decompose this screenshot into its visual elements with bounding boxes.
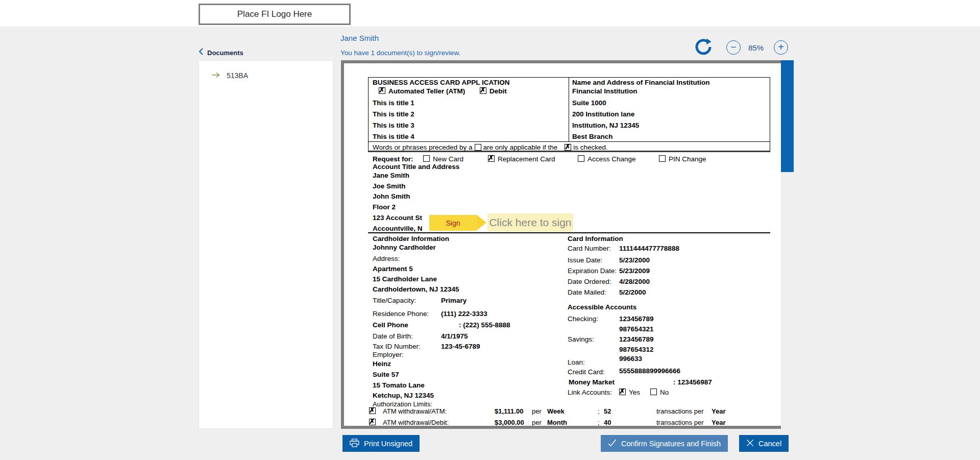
money-market-value: : 123456987 xyxy=(673,378,712,386)
fi-line: Institution, NJ 12345 xyxy=(572,122,639,129)
auth-period: Month xyxy=(547,419,567,426)
request-option-new-card: New Card xyxy=(423,155,463,163)
auth-count: 40 xyxy=(604,419,611,426)
confirm-signatures-button[interactable]: Confirm Signatures and Finish xyxy=(601,435,728,452)
auth-row-debit: ATM withdrawal/Debit: xyxy=(369,419,449,426)
card-number-label: Card Number: xyxy=(568,245,611,252)
sign-tab-arrow-icon xyxy=(477,215,486,230)
account-line: Floor 2 xyxy=(373,203,396,211)
address-line: Apartment 5 xyxy=(373,265,413,273)
auth-per: per xyxy=(532,419,542,426)
checking-label: Checking: xyxy=(568,315,598,323)
request-for-label: Request for: xyxy=(373,155,413,163)
checkbox-unchecked-icon xyxy=(578,155,584,162)
employer-line: Ketchup, NJ 12345 xyxy=(373,392,434,399)
loan-label: Loan: xyxy=(568,358,585,366)
issue-date-label: Issue Date: xyxy=(568,256,602,264)
checkmark-icon xyxy=(608,439,617,448)
link-accounts-no: No xyxy=(650,389,669,396)
card-type-debit: Debit xyxy=(480,87,507,95)
checkbox-unchecked-icon xyxy=(659,155,666,162)
fi-line: Suite 1000 xyxy=(572,99,606,107)
employer-line: Heinz xyxy=(373,360,391,368)
documents-status-message: You have 1 document(s) to sign/review. xyxy=(340,49,460,57)
document-scrollbar[interactable] xyxy=(781,60,794,429)
account-line: 123 Account St xyxy=(373,214,422,222)
credit-card-label: Credit Card: xyxy=(568,368,605,376)
auth-row-atm: ATM withdrawal/ATM: xyxy=(369,407,447,415)
date-mailed-value: 5/2/2000 xyxy=(619,288,646,296)
checkbox-unchecked-icon xyxy=(475,144,481,151)
date-ordered-value: 4/28/2000 xyxy=(619,278,650,285)
card-number-value: 1111444477778888 xyxy=(619,245,679,252)
title-line: This is title 1 xyxy=(373,99,414,107)
savings-label: Savings: xyxy=(568,335,594,343)
section-divider xyxy=(368,232,770,233)
zoom-out-button[interactable] xyxy=(726,40,741,55)
link-accounts-label: Link Accounts: xyxy=(568,389,612,396)
title-capacity-label: Title/Capacity: xyxy=(373,297,416,304)
zoom-in-button[interactable] xyxy=(774,40,788,55)
residence-phone-value: (111) 222-3333 xyxy=(441,310,487,318)
account-line: Joe Smith xyxy=(373,182,406,190)
close-x-icon xyxy=(746,439,754,448)
card-type-atm: Automated Teller (ATM) xyxy=(379,87,465,95)
scrollbar-thumb[interactable] xyxy=(781,60,794,172)
savings-value: 987654312 xyxy=(619,346,654,353)
form-title: BUSINESS ACCESS CARD APPL ICATION xyxy=(373,79,510,86)
documents-back-button[interactable]: Documents xyxy=(199,47,243,58)
auth-amount: $1,111.00 xyxy=(495,407,523,415)
request-option-replacement-card: Replacement Card xyxy=(488,155,555,163)
refresh-button[interactable] xyxy=(694,38,713,58)
link-accounts-yes: Yes xyxy=(619,389,640,396)
account-title-header: Account Title and Address xyxy=(373,163,459,171)
title-line: This is title 3 xyxy=(373,122,414,129)
credit-card-value: 5555888899996666 xyxy=(619,367,680,375)
cancel-button[interactable]: Cancel xyxy=(739,435,789,452)
card-info-header: Card Information xyxy=(568,235,623,243)
dob-label: Date of Birth: xyxy=(373,332,413,340)
auth-semicolon: ; xyxy=(598,419,600,426)
request-option-pin-change: PIN Change xyxy=(659,155,706,163)
auth-per: per xyxy=(532,407,542,415)
document-list-item-513ba[interactable]: 513BA xyxy=(211,71,248,80)
checkbox-checked-icon xyxy=(565,144,571,151)
user-name: Jane Smith xyxy=(340,34,379,42)
address-line: Cardholdertown, NJ 12345 xyxy=(373,285,459,293)
title-line: This is title 2 xyxy=(373,110,414,118)
checking-value: 123456789 xyxy=(619,315,654,323)
fi-logo-placeholder: Place FI Logo Here xyxy=(199,4,351,25)
document-page: BUSINESS ACCESS CARD APPL ICATION Automa… xyxy=(341,60,781,429)
tax-id-value: 123-45-6789 xyxy=(441,343,480,350)
zoom-level: 85% xyxy=(748,43,764,52)
auth-period: Week xyxy=(547,407,565,415)
checkbox-checked-icon xyxy=(369,407,376,414)
chevron-left-icon xyxy=(199,47,204,58)
auth-count: 52 xyxy=(604,407,611,415)
conditional-note: Words or phrases preceded by aare only a… xyxy=(373,143,608,151)
expiration-date-label: Expiration Date: xyxy=(568,267,617,275)
money-market-label: Money Market xyxy=(569,378,615,386)
checkbox-checked-icon xyxy=(369,419,376,425)
sign-tab[interactable]: Sign xyxy=(429,215,477,231)
cardholder-header: Cardholder Information xyxy=(373,235,449,243)
printer-icon xyxy=(350,439,359,449)
auth-unit: Year xyxy=(712,419,725,426)
account-line: Accountville, N xyxy=(373,225,423,232)
account-line: John Smith xyxy=(373,192,410,200)
fi-line: Financial Institution xyxy=(572,87,638,95)
document-name: 513BA xyxy=(227,71,248,80)
auth-semicolon: ; xyxy=(598,407,600,415)
auth-unit: Year xyxy=(712,407,725,415)
print-unsigned-button[interactable]: Print Unsigned xyxy=(342,435,420,452)
cell-phone-value: : (222) 555-8888 xyxy=(459,321,510,329)
savings-value: 123456789 xyxy=(619,335,654,343)
employer-line: Suite 57 xyxy=(373,371,399,378)
accessible-accounts-header: Accessible Accounts xyxy=(568,303,636,311)
expiration-date-value: 5/23/2009 xyxy=(619,267,650,275)
top-bar: Place FI Logo Here xyxy=(0,0,980,27)
click-here-to-sign-field[interactable]: Click here to sign xyxy=(487,213,573,232)
checkbox-checked-icon xyxy=(480,87,486,94)
cell-phone-label: Cell Phone xyxy=(373,321,408,329)
address-label: Address: xyxy=(373,255,400,262)
